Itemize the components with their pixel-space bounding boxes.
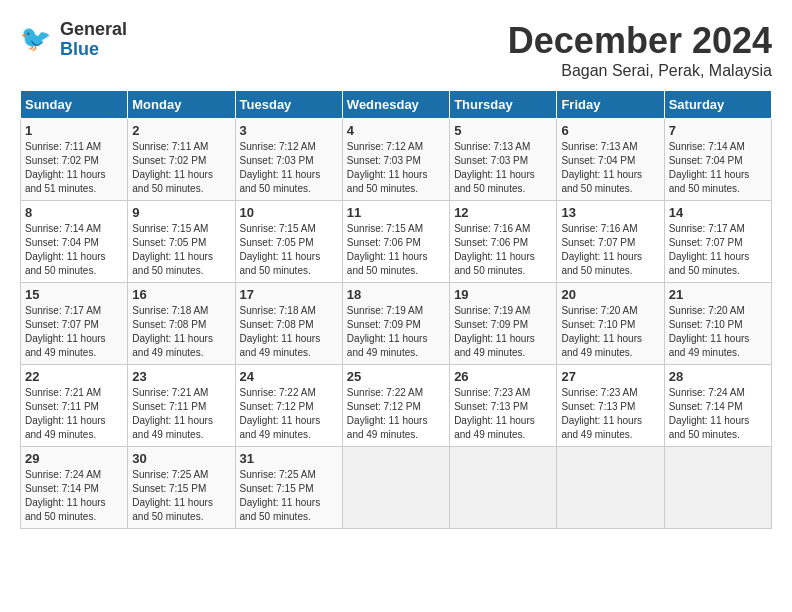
day-cell: 26 Sunrise: 7:23 AM Sunset: 7:13 PM Dayl…	[450, 365, 557, 447]
day-info: Sunrise: 7:16 AM Sunset: 7:06 PM Dayligh…	[454, 222, 552, 278]
day-cell: 4 Sunrise: 7:12 AM Sunset: 7:03 PM Dayli…	[342, 119, 449, 201]
day-cell: 8 Sunrise: 7:14 AM Sunset: 7:04 PM Dayli…	[21, 201, 128, 283]
day-number: 24	[240, 369, 338, 384]
day-info: Sunrise: 7:18 AM Sunset: 7:08 PM Dayligh…	[240, 304, 338, 360]
day-number: 30	[132, 451, 230, 466]
day-cell: 23 Sunrise: 7:21 AM Sunset: 7:11 PM Dayl…	[128, 365, 235, 447]
day-cell	[557, 447, 664, 529]
day-info: Sunrise: 7:24 AM Sunset: 7:14 PM Dayligh…	[25, 468, 123, 524]
day-number: 23	[132, 369, 230, 384]
day-number: 2	[132, 123, 230, 138]
day-cell: 2 Sunrise: 7:11 AM Sunset: 7:02 PM Dayli…	[128, 119, 235, 201]
day-info: Sunrise: 7:21 AM Sunset: 7:11 PM Dayligh…	[132, 386, 230, 442]
title-section: December 2024 Bagan Serai, Perak, Malays…	[508, 20, 772, 80]
logo-text: General Blue	[60, 20, 127, 60]
day-number: 3	[240, 123, 338, 138]
day-cell: 7 Sunrise: 7:14 AM Sunset: 7:04 PM Dayli…	[664, 119, 771, 201]
day-cell: 5 Sunrise: 7:13 AM Sunset: 7:03 PM Dayli…	[450, 119, 557, 201]
logo-icon: 🐦	[20, 22, 56, 58]
day-number: 9	[132, 205, 230, 220]
day-number: 12	[454, 205, 552, 220]
week-row-2: 8 Sunrise: 7:14 AM Sunset: 7:04 PM Dayli…	[21, 201, 772, 283]
day-number: 17	[240, 287, 338, 302]
day-number: 25	[347, 369, 445, 384]
day-cell: 14 Sunrise: 7:17 AM Sunset: 7:07 PM Dayl…	[664, 201, 771, 283]
day-cell: 29 Sunrise: 7:24 AM Sunset: 7:14 PM Dayl…	[21, 447, 128, 529]
day-number: 28	[669, 369, 767, 384]
day-cell: 31 Sunrise: 7:25 AM Sunset: 7:15 PM Dayl…	[235, 447, 342, 529]
day-info: Sunrise: 7:19 AM Sunset: 7:09 PM Dayligh…	[347, 304, 445, 360]
svg-text:🐦: 🐦	[20, 23, 52, 54]
day-info: Sunrise: 7:20 AM Sunset: 7:10 PM Dayligh…	[669, 304, 767, 360]
day-info: Sunrise: 7:25 AM Sunset: 7:15 PM Dayligh…	[240, 468, 338, 524]
day-info: Sunrise: 7:18 AM Sunset: 7:08 PM Dayligh…	[132, 304, 230, 360]
week-row-1: 1 Sunrise: 7:11 AM Sunset: 7:02 PM Dayli…	[21, 119, 772, 201]
day-info: Sunrise: 7:19 AM Sunset: 7:09 PM Dayligh…	[454, 304, 552, 360]
day-info: Sunrise: 7:22 AM Sunset: 7:12 PM Dayligh…	[240, 386, 338, 442]
day-number: 31	[240, 451, 338, 466]
location: Bagan Serai, Perak, Malaysia	[508, 62, 772, 80]
day-cell: 16 Sunrise: 7:18 AM Sunset: 7:08 PM Dayl…	[128, 283, 235, 365]
day-cell: 27 Sunrise: 7:23 AM Sunset: 7:13 PM Dayl…	[557, 365, 664, 447]
day-number: 13	[561, 205, 659, 220]
day-cell: 21 Sunrise: 7:20 AM Sunset: 7:10 PM Dayl…	[664, 283, 771, 365]
day-number: 5	[454, 123, 552, 138]
day-number: 29	[25, 451, 123, 466]
column-header-sunday: Sunday	[21, 91, 128, 119]
day-info: Sunrise: 7:23 AM Sunset: 7:13 PM Dayligh…	[561, 386, 659, 442]
day-number: 18	[347, 287, 445, 302]
logo: 🐦 General Blue	[20, 20, 127, 60]
day-number: 11	[347, 205, 445, 220]
column-header-friday: Friday	[557, 91, 664, 119]
day-info: Sunrise: 7:11 AM Sunset: 7:02 PM Dayligh…	[25, 140, 123, 196]
day-info: Sunrise: 7:21 AM Sunset: 7:11 PM Dayligh…	[25, 386, 123, 442]
day-cell: 11 Sunrise: 7:15 AM Sunset: 7:06 PM Dayl…	[342, 201, 449, 283]
day-info: Sunrise: 7:25 AM Sunset: 7:15 PM Dayligh…	[132, 468, 230, 524]
day-number: 19	[454, 287, 552, 302]
day-cell: 1 Sunrise: 7:11 AM Sunset: 7:02 PM Dayli…	[21, 119, 128, 201]
day-cell	[664, 447, 771, 529]
day-cell: 28 Sunrise: 7:24 AM Sunset: 7:14 PM Dayl…	[664, 365, 771, 447]
day-number: 15	[25, 287, 123, 302]
day-cell: 17 Sunrise: 7:18 AM Sunset: 7:08 PM Dayl…	[235, 283, 342, 365]
column-header-wednesday: Wednesday	[342, 91, 449, 119]
column-header-tuesday: Tuesday	[235, 91, 342, 119]
day-number: 16	[132, 287, 230, 302]
day-cell: 3 Sunrise: 7:12 AM Sunset: 7:03 PM Dayli…	[235, 119, 342, 201]
day-info: Sunrise: 7:15 AM Sunset: 7:06 PM Dayligh…	[347, 222, 445, 278]
day-info: Sunrise: 7:20 AM Sunset: 7:10 PM Dayligh…	[561, 304, 659, 360]
column-header-thursday: Thursday	[450, 91, 557, 119]
day-cell: 25 Sunrise: 7:22 AM Sunset: 7:12 PM Dayl…	[342, 365, 449, 447]
day-info: Sunrise: 7:24 AM Sunset: 7:14 PM Dayligh…	[669, 386, 767, 442]
day-cell: 30 Sunrise: 7:25 AM Sunset: 7:15 PM Dayl…	[128, 447, 235, 529]
day-info: Sunrise: 7:14 AM Sunset: 7:04 PM Dayligh…	[669, 140, 767, 196]
day-info: Sunrise: 7:13 AM Sunset: 7:04 PM Dayligh…	[561, 140, 659, 196]
day-cell: 13 Sunrise: 7:16 AM Sunset: 7:07 PM Dayl…	[557, 201, 664, 283]
day-cell: 20 Sunrise: 7:20 AM Sunset: 7:10 PM Dayl…	[557, 283, 664, 365]
day-number: 14	[669, 205, 767, 220]
day-info: Sunrise: 7:12 AM Sunset: 7:03 PM Dayligh…	[240, 140, 338, 196]
day-cell: 12 Sunrise: 7:16 AM Sunset: 7:06 PM Dayl…	[450, 201, 557, 283]
day-info: Sunrise: 7:22 AM Sunset: 7:12 PM Dayligh…	[347, 386, 445, 442]
day-number: 8	[25, 205, 123, 220]
day-info: Sunrise: 7:23 AM Sunset: 7:13 PM Dayligh…	[454, 386, 552, 442]
week-row-3: 15 Sunrise: 7:17 AM Sunset: 7:07 PM Dayl…	[21, 283, 772, 365]
header-row: SundayMondayTuesdayWednesdayThursdayFrid…	[21, 91, 772, 119]
day-info: Sunrise: 7:13 AM Sunset: 7:03 PM Dayligh…	[454, 140, 552, 196]
day-cell: 24 Sunrise: 7:22 AM Sunset: 7:12 PM Dayl…	[235, 365, 342, 447]
page-header: 🐦 General Blue December 2024 Bagan Serai…	[20, 20, 772, 80]
month-title: December 2024	[508, 20, 772, 62]
day-number: 7	[669, 123, 767, 138]
day-cell: 19 Sunrise: 7:19 AM Sunset: 7:09 PM Dayl…	[450, 283, 557, 365]
week-row-5: 29 Sunrise: 7:24 AM Sunset: 7:14 PM Dayl…	[21, 447, 772, 529]
day-cell: 9 Sunrise: 7:15 AM Sunset: 7:05 PM Dayli…	[128, 201, 235, 283]
day-number: 4	[347, 123, 445, 138]
day-info: Sunrise: 7:17 AM Sunset: 7:07 PM Dayligh…	[25, 304, 123, 360]
day-cell: 6 Sunrise: 7:13 AM Sunset: 7:04 PM Dayli…	[557, 119, 664, 201]
day-number: 21	[669, 287, 767, 302]
column-header-saturday: Saturday	[664, 91, 771, 119]
day-number: 10	[240, 205, 338, 220]
day-cell: 18 Sunrise: 7:19 AM Sunset: 7:09 PM Dayl…	[342, 283, 449, 365]
day-cell: 15 Sunrise: 7:17 AM Sunset: 7:07 PM Dayl…	[21, 283, 128, 365]
column-header-monday: Monday	[128, 91, 235, 119]
